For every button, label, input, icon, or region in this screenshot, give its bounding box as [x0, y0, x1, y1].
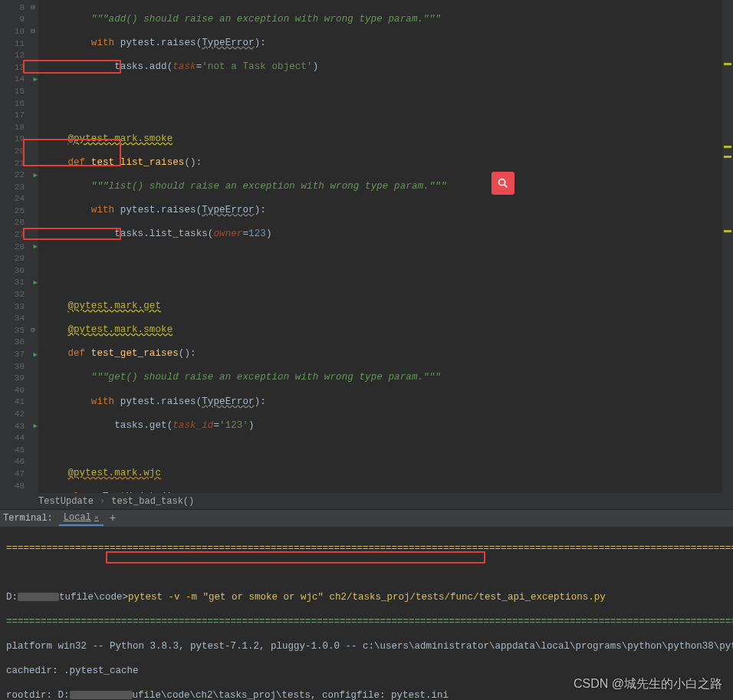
line-number: 25 [0, 205, 38, 217]
line-number: 31▶ [0, 277, 38, 289]
line-number: 16 [0, 97, 38, 110]
line-number: 12 [0, 49, 38, 61]
code-line [44, 109, 733, 121]
line-number: 33 [0, 301, 38, 313]
line-number: 38 [0, 360, 38, 373]
line-number: 29 [0, 252, 38, 265]
search-icon [497, 177, 509, 189]
line-number: 17 [0, 109, 38, 121]
breadcrumb-separator: › [100, 496, 105, 507]
term-line: D:tufile\code>pytest -v -m "get or smoke… [6, 591, 727, 603]
gutter: 8⊟ 9 10⊟ 11 12 13 14▶ 15 16 17 18 19 20 … [0, 0, 38, 493]
code-line: with pytest.raises(TypeError): [44, 396, 733, 409]
code-line [44, 85, 733, 97]
line-number: 45 [0, 444, 38, 456]
line-number: 19 [0, 133, 38, 146]
decorator: @pytest.mark.smoke [67, 133, 173, 144]
code-line: """add() should raise an exception with … [44, 14, 733, 26]
line-number: 13 [0, 61, 38, 74]
breadcrumb-class[interactable]: TestUpdate [38, 496, 94, 507]
breadcrumb-fn[interactable]: test_bad_task() [111, 496, 194, 507]
svg-point-0 [499, 179, 505, 186]
line-number: 34 [0, 312, 38, 324]
fold-icon[interactable]: ⊟ [29, 4, 37, 12]
run-icon[interactable]: ▶ [34, 350, 38, 359]
line-number: 20 [0, 145, 38, 157]
redacted-block [70, 691, 133, 699]
code-line: class TestUpdate(): [44, 491, 733, 493]
code-line: def test_get_raises(): [44, 348, 733, 360]
decorator: @pytest.mark.smoke [67, 324, 173, 335]
line-number: 42 [0, 408, 38, 420]
line-number: 21 [0, 157, 38, 169]
line-number: 39 [0, 372, 38, 384]
fold-icon[interactable]: ⊟ [29, 28, 37, 35]
line-number: 48 [0, 480, 38, 492]
terminal-label: Terminal: [3, 513, 53, 524]
line-number: 27 [0, 228, 38, 241]
code-line: with pytest.raises(TypeError): [44, 38, 733, 50]
error-stripe[interactable] [722, 0, 733, 493]
line-number: 35⊟ [0, 324, 38, 337]
line-number: 46 [0, 456, 38, 468]
term-line: cachedir: .pytest_cache [6, 665, 727, 677]
code-line [44, 277, 733, 289]
term-line: ========================================… [6, 542, 727, 554]
line-number: 36 [0, 337, 38, 349]
line-number: 23 [0, 181, 38, 193]
code-line: with pytest.raises(TypeError): [44, 205, 733, 217]
line-number: 26 [0, 217, 38, 229]
line-number: 28▶ [0, 241, 38, 253]
line-number: 44 [0, 432, 38, 444]
line-number: 43▶ [0, 420, 38, 432]
code-line: tasks.list_tasks(owner=123) [44, 228, 733, 241]
code-line [44, 252, 733, 265]
code-line: def test_list_raises(): [44, 157, 733, 169]
line-number: 10⊟ [0, 25, 38, 38]
svg-line-1 [505, 185, 508, 188]
code-area[interactable]: """add() should raise an exception with … [38, 0, 733, 493]
code-line: """list() should raise an exception with… [44, 181, 733, 193]
term-line: rootdir: D:ufile\code\ch2\tasks_proj\tes… [6, 689, 727, 700]
code-line: @pytest.mark.get [44, 301, 733, 313]
code-line: tasks.add(task='not a Task object') [44, 61, 733, 74]
line-number: 41 [0, 396, 38, 409]
term-line: platform win32 -- Python 3.8.3, pytest-7… [6, 640, 727, 652]
line-number: 47 [0, 468, 38, 480]
run-icon[interactable]: ▶ [34, 422, 38, 430]
line-number: 37▶ [0, 348, 38, 360]
run-icon[interactable]: ▶ [34, 278, 38, 287]
terminal-output[interactable]: ========================================… [0, 527, 733, 700]
run-icon[interactable]: ▶ [34, 242, 38, 251]
term-line: ========================================… [6, 616, 727, 628]
code-editor[interactable]: 8⊟ 9 10⊟ 11 12 13 14▶ 15 16 17 18 19 20 … [0, 0, 733, 493]
line-number: 8⊟ [0, 2, 38, 14]
run-icon[interactable]: ▶ [34, 171, 38, 179]
redacted-block [18, 593, 59, 601]
line-number: 30 [0, 265, 38, 277]
line-number: 24 [0, 193, 38, 205]
line-number: 9 [0, 14, 38, 26]
code-line: tasks.get(task_id='123') [44, 420, 733, 432]
decorator: @pytest.mark.get [67, 301, 161, 311]
breadcrumb[interactable]: TestUpdate › test_bad_task() [0, 493, 733, 509]
line-number: 15 [0, 85, 38, 97]
find-button[interactable] [491, 172, 514, 195]
terminal-tab[interactable]: Local✕ [59, 511, 104, 526]
fold-icon[interactable]: ⊟ [29, 327, 37, 334]
run-icon[interactable]: ▶ [34, 75, 38, 84]
add-terminal-button[interactable]: + [110, 512, 116, 524]
line-number: 14▶ [0, 74, 38, 86]
line-number: 18 [0, 121, 38, 133]
decorator: @pytest.mark.wjc [67, 468, 161, 478]
docstring: """add() should raise an exception with … [91, 14, 441, 25]
term-line [6, 567, 727, 579]
line-number: 40 [0, 384, 38, 396]
terminal-header: Terminal: Local✕ + [0, 509, 733, 527]
line-number: 32 [0, 288, 38, 301]
line-number: 22▶ [0, 169, 38, 181]
code-line: """get() should raise an exception with … [44, 372, 733, 384]
close-tab-icon[interactable]: ✕ [94, 513, 99, 522]
code-line [44, 444, 733, 456]
line-number: 11 [0, 38, 38, 50]
